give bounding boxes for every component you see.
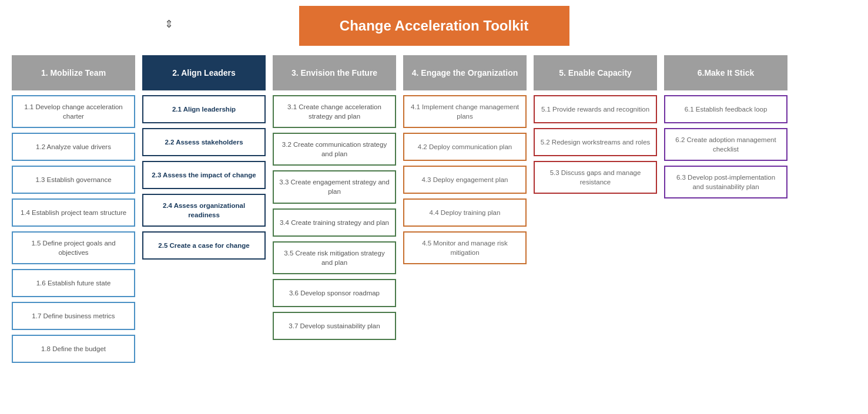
column-5: 5. Enable Capacity5.1 Provide rewards an… [534, 55, 657, 194]
top-area: ⇕ Change Acceleration Toolkit [12, 6, 856, 46]
title-banner: Change Acceleration Toolkit [299, 6, 569, 46]
card-3-2[interactable]: 3.2 Create communication strategy and pl… [273, 133, 396, 166]
card-3-5[interactable]: 3.5 Create risk mitigation strategy and … [273, 241, 396, 274]
column-4: 4. Engage the Organization4.1 Implement … [403, 55, 527, 264]
card-5-2[interactable]: 5.2 Redesign workstreams and roles [534, 128, 657, 156]
card-4-4[interactable]: 4.4 Deploy training plan [403, 198, 527, 227]
col-header-6: 6.Make It Stick [664, 55, 787, 90]
card-4-2[interactable]: 4.2 Deploy communication plan [403, 133, 527, 161]
card-4-5[interactable]: 4.5 Monitor and manage risk mitigation [403, 231, 527, 264]
card-1-4[interactable]: 1.4 Establish project team structure [12, 198, 135, 227]
card-1-3[interactable]: 1.3 Establish governance [12, 166, 135, 194]
card-1-8[interactable]: 1.8 Define the budget [12, 335, 135, 363]
column-1: 1. Mobilize Team1.1 Develop change accel… [12, 55, 135, 363]
column-2: 2. Align Leaders2.1 Align leadership2.2 … [142, 55, 266, 260]
card-3-4[interactable]: 3.4 Create training strategy and plan [273, 208, 396, 237]
col-header-1: 1. Mobilize Team [12, 55, 135, 90]
card-2-4[interactable]: 2.4 Assess organizational readiness [142, 194, 266, 227]
main-grid: 1. Mobilize Team1.1 Develop change accel… [12, 55, 856, 363]
card-1-7[interactable]: 1.7 Define business metrics [12, 302, 135, 330]
column-6: 6.Make It Stick6.1 Establish feedback lo… [664, 55, 787, 198]
col-header-3: 3. Envision the Future [273, 55, 396, 90]
card-3-7[interactable]: 3.7 Develop sustainability plan [273, 312, 396, 340]
card-1-6[interactable]: 1.6 Establish future state [12, 269, 135, 297]
card-5-3[interactable]: 5.3 Discuss gaps and manage resistance [534, 161, 657, 194]
col-header-5: 5. Enable Capacity [534, 55, 657, 90]
card-3-1[interactable]: 3.1 Create change acceleration strategy … [273, 95, 396, 128]
card-4-1[interactable]: 4.1 Implement change management plans [403, 95, 527, 128]
card-3-3[interactable]: 3.3 Create engagement strategy and plan [273, 170, 396, 203]
card-6-2[interactable]: 6.2 Create adoption management checklist [664, 128, 787, 161]
card-3-6[interactable]: 3.6 Develop sponsor roadmap [273, 279, 396, 307]
card-6-3[interactable]: 6.3 Develop post-implementation and sust… [664, 166, 787, 198]
resize-icon: ⇕ [165, 18, 173, 31]
col-header-2: 2. Align Leaders [142, 55, 266, 90]
card-5-1[interactable]: 5.1 Provide rewards and recognition [534, 95, 657, 123]
card-2-5[interactable]: 2.5 Create a case for change [142, 231, 266, 260]
card-2-2[interactable]: 2.2 Assess stakeholders [142, 128, 266, 156]
card-4-3[interactable]: 4.3 Deploy engagement plan [403, 166, 527, 194]
card-1-2[interactable]: 1.2 Analyze value drivers [12, 133, 135, 161]
column-3: 3. Envision the Future3.1 Create change … [273, 55, 396, 340]
page-wrapper: ⇕ Change Acceleration Toolkit 1. Mobiliz… [0, 0, 868, 369]
card-2-3[interactable]: 2.3 Assess the impact of change [142, 161, 266, 189]
card-1-5[interactable]: 1.5 Define project goals and objectives [12, 231, 135, 264]
card-1-1[interactable]: 1.1 Develop change acceleration charter [12, 95, 135, 128]
col-header-4: 4. Engage the Organization [403, 55, 527, 90]
card-2-1[interactable]: 2.1 Align leadership [142, 95, 266, 123]
card-6-1[interactable]: 6.1 Establish feedback loop [664, 95, 787, 123]
